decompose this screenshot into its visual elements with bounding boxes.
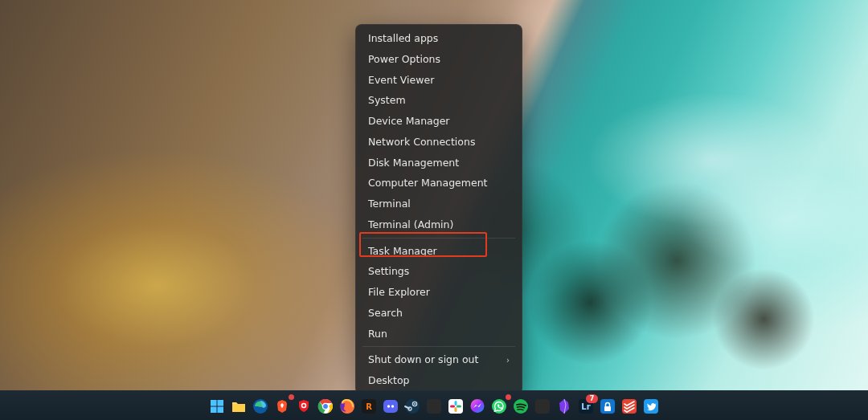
- taskbar-enpass-button[interactable]: [598, 397, 617, 416]
- svg-rect-27: [455, 407, 457, 412]
- taskbar-authy-button[interactable]: [294, 397, 313, 416]
- menu-separator: [362, 238, 515, 239]
- menu-item-installed-apps[interactable]: Installed apps: [359, 28, 518, 49]
- svg-rect-5: [218, 400, 223, 406]
- menu-item-label: Terminal: [368, 198, 411, 210]
- taskbar-lightroom-button[interactable]: Lr7: [576, 397, 596, 416]
- taskbar-gamebar-button[interactable]: [424, 397, 444, 416]
- taskbar-discord-button[interactable]: [381, 397, 400, 416]
- menu-item-label: Shut down or sign out: [368, 354, 478, 365]
- menu-item-device-manager[interactable]: Device Manager: [359, 111, 518, 132]
- svg-rect-25: [455, 401, 457, 406]
- taskbar-reddit-button[interactable]: R: [359, 397, 379, 416]
- taskbar-chrome-button[interactable]: [316, 397, 335, 416]
- menu-item-terminal-admin[interactable]: Terminal (Admin): [359, 214, 518, 235]
- menu-separator: [362, 346, 515, 347]
- taskbar-twitter-button[interactable]: [641, 397, 661, 416]
- taskbar-file-explorer-button[interactable]: [229, 397, 248, 416]
- taskbar-edge-button[interactable]: [251, 397, 270, 416]
- menu-item-desktop[interactable]: Desktop: [359, 370, 518, 391]
- menu-item-task-manager[interactable]: Task Manager: [359, 241, 518, 262]
- menu-item-label: System: [368, 95, 406, 106]
- start-icon: [208, 398, 226, 415]
- menu-item-settings[interactable]: Settings: [359, 261, 518, 282]
- menu-item-file-explorer[interactable]: File Explorer: [359, 282, 518, 303]
- menu-item-label: Device Manager: [368, 116, 450, 127]
- menu-item-label: Desktop: [368, 375, 410, 386]
- menu-item-system[interactable]: System: [359, 90, 518, 111]
- menu-item-label: Task Manager: [368, 246, 437, 257]
- todoist-icon: [620, 398, 638, 415]
- menu-item-label: Run: [368, 328, 387, 340]
- menu-item-event-viewer[interactable]: Event Viewer: [359, 70, 518, 91]
- svg-rect-4: [211, 400, 216, 406]
- firefox-icon: [338, 398, 356, 415]
- menu-item-network-connections[interactable]: Network Connections: [359, 132, 518, 153]
- gamebar-icon: [425, 398, 443, 415]
- svg-point-19: [405, 399, 420, 414]
- enpass-icon: [599, 398, 616, 415]
- svg-point-17: [387, 405, 390, 407]
- svg-text:R: R: [366, 402, 372, 411]
- taskbar-whatsapp-button[interactable]: [489, 397, 509, 416]
- authy-icon: [295, 398, 313, 415]
- taskbar-onedrive-button[interactable]: [533, 397, 552, 416]
- onedrive-icon: [534, 398, 551, 415]
- svg-rect-23: [427, 399, 441, 414]
- svg-rect-28: [450, 406, 455, 408]
- reddit-icon: R: [360, 398, 378, 415]
- menu-item-label: Installed apps: [368, 33, 438, 44]
- svg-point-18: [391, 405, 394, 407]
- taskbar-obsidian-button[interactable]: [555, 397, 574, 416]
- taskbar-brave-button[interactable]: [272, 397, 292, 416]
- menu-item-search[interactable]: Search: [359, 303, 518, 324]
- taskbar-start-button[interactable]: [207, 397, 227, 416]
- edge-icon: [252, 398, 269, 415]
- taskbar-firefox-button[interactable]: [338, 397, 357, 416]
- menu-item-label: File Explorer: [368, 287, 430, 298]
- notification-dot: [289, 394, 294, 400]
- menu-item-disk-management[interactable]: Disk Management: [359, 153, 518, 173]
- obsidian-icon: [555, 398, 573, 415]
- menu-item-shut-down[interactable]: Shut down or sign out›: [359, 349, 518, 370]
- winx-context-menu: Installed appsPower OptionsEvent ViewerS…: [355, 24, 522, 395]
- menu-item-computer-management[interactable]: Computer Management: [359, 173, 518, 194]
- menu-item-power-options[interactable]: Power Options: [359, 49, 518, 70]
- whatsapp-icon: [490, 398, 508, 415]
- notification-dot: [506, 394, 511, 400]
- taskbar-spotify-button[interactable]: [511, 397, 530, 416]
- spotify-icon: [512, 398, 530, 415]
- twitter-icon: [642, 398, 660, 415]
- steam-icon: [403, 398, 421, 415]
- taskbar: RLr7: [0, 390, 868, 420]
- notification-badge: 7: [586, 394, 598, 403]
- menu-item-label: Network Connections: [368, 137, 475, 148]
- chrome-icon: [317, 398, 334, 415]
- menu-item-label: Terminal (Admin): [368, 219, 453, 230]
- discord-icon: [382, 398, 399, 415]
- svg-rect-26: [457, 406, 461, 408]
- svg-rect-32: [535, 399, 550, 414]
- menu-item-label: Search: [368, 308, 403, 319]
- taskbar-steam-button[interactable]: [403, 397, 422, 416]
- slack-icon: [447, 398, 465, 415]
- menu-item-label: Settings: [368, 266, 409, 277]
- chevron-right-icon: ›: [506, 356, 510, 365]
- menu-item-label: Computer Management: [368, 177, 487, 189]
- menu-item-run[interactable]: Run: [359, 324, 518, 345]
- menu-item-label: Disk Management: [368, 157, 459, 169]
- taskbar-todoist-button[interactable]: [620, 397, 639, 416]
- svg-rect-6: [211, 407, 216, 413]
- taskbar-messenger-button[interactable]: [468, 397, 487, 416]
- messenger-icon: [469, 398, 486, 415]
- svg-point-30: [492, 399, 506, 414]
- file-explorer-icon: [230, 398, 248, 415]
- menu-item-label: Power Options: [368, 54, 440, 65]
- svg-text:Lr: Lr: [581, 402, 590, 411]
- svg-rect-36: [604, 406, 611, 411]
- menu-item-terminal[interactable]: Terminal: [359, 194, 518, 214]
- brave-icon: [273, 398, 291, 415]
- taskbar-slack-button[interactable]: [446, 397, 465, 416]
- menu-item-label: Event Viewer: [368, 75, 434, 86]
- svg-point-21: [414, 403, 416, 405]
